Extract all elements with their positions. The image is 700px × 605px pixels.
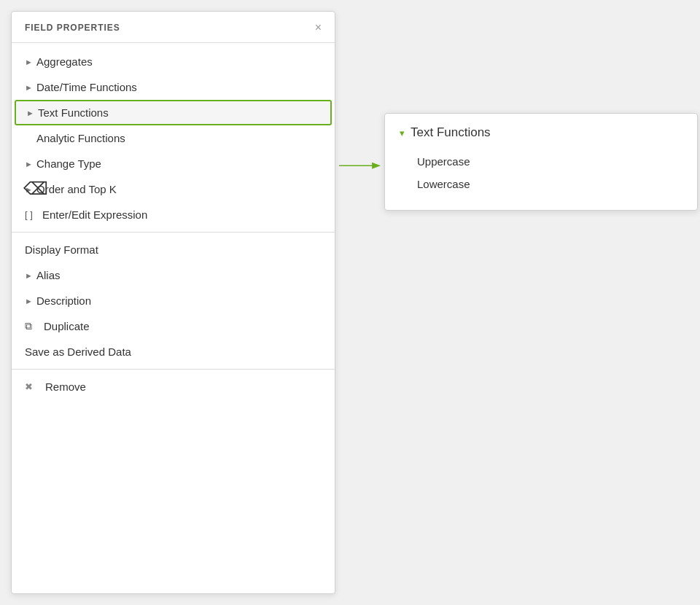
menu-item-label: Aggregates (36, 55, 322, 68)
field-properties-panel: FIELD PROPERTIES × ► Aggregates ► Date/T… (11, 11, 335, 594)
chevron-right-icon: ► (25, 185, 36, 194)
sidebar-item-save-derived[interactable]: Save as Derived Data (12, 339, 335, 364)
menu-item-label: Analytic Functions (36, 132, 322, 144)
chevron-right-icon: ► (25, 58, 36, 66)
popup-header: ▾ Text Functions (400, 125, 682, 140)
menu-item-label: Remove (45, 380, 322, 393)
sidebar-item-aggregates[interactable]: ► Aggregates (12, 49, 335, 74)
menu-item-label: Alias (36, 269, 322, 281)
sidebar-item-duplicate[interactable]: ⧉ Duplicate (12, 313, 335, 339)
popup-panel: ▾ Text Functions Uppercase Lowercase (384, 113, 698, 211)
menu-item-label: Description (36, 294, 322, 307)
sidebar-item-datetime[interactable]: ► Date/Time Functions (12, 74, 335, 100)
menu-item-label: Save as Derived Data (25, 346, 322, 358)
chevron-right-icon: ► (26, 109, 38, 117)
sidebar-item-display-format[interactable]: Display Format (12, 237, 335, 262)
sidebar-item-order-top-k[interactable]: ► Order and Top K (12, 176, 335, 202)
chevron-right-icon: ► (25, 297, 36, 305)
chevron-down-icon: ▾ (400, 128, 405, 138)
panel-title: FIELD PROPERTIES (25, 23, 120, 33)
sidebar-item-remove[interactable]: ✖ Remove (12, 374, 335, 399)
panel-header: FIELD PROPERTIES × (12, 12, 335, 43)
chevron-right-icon: ► (25, 160, 36, 168)
popup-title: Text Functions (411, 125, 491, 140)
popup-item-lowercase[interactable]: Lowercase (400, 173, 682, 195)
menu-item-label: Display Format (25, 243, 322, 256)
sidebar-item-text-functions[interactable]: ► Text Functions (15, 100, 332, 125)
sidebar-item-alias[interactable]: ► Alias (12, 262, 335, 288)
menu-item-label: Order and Top K (36, 183, 322, 195)
bracket-icon: [ ] (25, 209, 42, 220)
arrow-connector (333, 157, 392, 179)
menu-item-label: Text Functions (38, 106, 320, 119)
chevron-right-icon: ► (25, 83, 36, 92)
menu-list: ► Aggregates ► Date/Time Functions ► Tex… (12, 43, 335, 405)
menu-item-label: Duplicate (44, 320, 322, 332)
menu-item-label: Date/Time Functions (36, 81, 322, 93)
divider-1 (12, 232, 335, 233)
sidebar-item-expression[interactable]: [ ] Enter/Edit Expression (12, 202, 335, 227)
chevron-right-icon: ► (25, 271, 36, 280)
remove-icon: ✖ (25, 381, 41, 392)
sidebar-item-description[interactable]: ► Description (12, 288, 335, 313)
sidebar-item-analytic[interactable]: ► Analytic Functions (12, 125, 335, 151)
close-icon[interactable]: × (315, 22, 322, 34)
sidebar-item-change-type[interactable]: ► Change Type (12, 151, 335, 176)
divider-2 (12, 369, 335, 370)
popup-item-uppercase[interactable]: Uppercase (400, 150, 682, 173)
menu-item-label: Enter/Edit Expression (42, 208, 322, 221)
duplicate-icon: ⧉ (25, 320, 41, 332)
menu-item-label: Change Type (36, 157, 322, 170)
